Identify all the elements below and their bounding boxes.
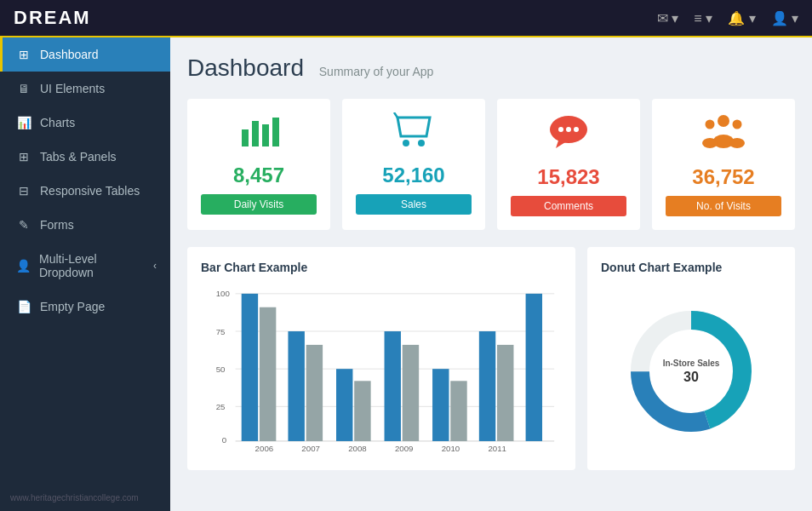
charts-icon: 📊 bbox=[16, 116, 31, 129]
list-icon[interactable]: ≡ ▾ bbox=[694, 10, 712, 26]
svg-rect-2 bbox=[262, 124, 269, 146]
sidebar-item-tabs-panels[interactable]: ⊞ Tabs & Panels bbox=[0, 140, 170, 174]
tabs-icon: ⊞ bbox=[16, 150, 31, 164]
top-navigation: DREAM ✉ ▾ ≡ ▾ 🔔 ▾ 👤 ▾ bbox=[0, 0, 812, 37]
svg-rect-45 bbox=[526, 294, 542, 441]
svg-rect-43 bbox=[497, 345, 513, 441]
dashboard-icon: ⊞ bbox=[16, 48, 31, 61]
user-icon[interactable]: 👤 ▾ bbox=[771, 10, 798, 26]
donut-chart-svg: In-Store Sales 30 bbox=[623, 303, 759, 439]
svg-rect-33 bbox=[336, 369, 352, 441]
sidebar-label-ui-elements: UI Elements bbox=[40, 82, 105, 95]
sidebar-item-empty-page[interactable]: 📄 Empty Page bbox=[0, 290, 170, 324]
svg-rect-34 bbox=[354, 381, 370, 441]
sidebar-label-dashboard: Dashboard bbox=[40, 48, 99, 61]
daily-visits-icon bbox=[238, 112, 279, 157]
sidebar-item-charts[interactable]: 📊 Charts bbox=[0, 106, 170, 140]
svg-rect-0 bbox=[242, 129, 249, 146]
stat-card-daily-visits: 8,457 Daily Visits bbox=[187, 99, 330, 230]
svg-point-16 bbox=[729, 138, 745, 148]
svg-point-15 bbox=[702, 138, 718, 148]
comments-icon bbox=[547, 112, 590, 158]
page-subtitle: Summary of your App bbox=[319, 65, 434, 78]
visits-icon bbox=[701, 112, 746, 158]
sidebar-label-empty-page: Empty Page bbox=[40, 300, 105, 313]
main-content: Dashboard Summary of your App 8,457 Dail… bbox=[170, 37, 812, 511]
svg-point-5 bbox=[418, 140, 425, 146]
forms-icon: ✎ bbox=[16, 218, 31, 232]
svg-rect-3 bbox=[272, 118, 279, 146]
page-header: Dashboard Summary of your App bbox=[187, 55, 795, 82]
sidebar-label-tables: Responsive Tables bbox=[40, 184, 140, 198]
svg-rect-36 bbox=[385, 331, 401, 441]
svg-text:2008: 2008 bbox=[348, 444, 367, 451]
multi-level-icon: 👤 bbox=[16, 259, 31, 273]
visits-label: No. of Visits bbox=[666, 196, 781, 216]
svg-text:2011: 2011 bbox=[488, 444, 506, 451]
svg-rect-27 bbox=[242, 294, 258, 441]
main-layout: ⊞ Dashboard 🖥 UI Elements 📊 Charts ⊞ Tab… bbox=[0, 37, 812, 511]
svg-text:75: 75 bbox=[216, 327, 226, 336]
sidebar-label-forms: Forms bbox=[40, 218, 74, 232]
svg-rect-42 bbox=[479, 331, 495, 441]
svg-rect-30 bbox=[288, 331, 304, 441]
bell-icon[interactable]: 🔔 ▾ bbox=[728, 10, 755, 26]
sidebar-item-responsive-tables[interactable]: ⊟ Responsive Tables bbox=[0, 174, 170, 208]
charts-row: Bar Chart Example 100 75 50 25 0 bbox=[187, 247, 795, 470]
bar-chart-card: Bar Chart Example 100 75 50 25 0 bbox=[187, 247, 575, 470]
svg-rect-28 bbox=[260, 307, 276, 441]
svg-text:25: 25 bbox=[216, 402, 226, 411]
nav-icons: ✉ ▾ ≡ ▾ 🔔 ▾ 👤 ▾ bbox=[657, 10, 798, 26]
sidebar-item-ui-elements[interactable]: 🖥 UI Elements bbox=[0, 72, 170, 106]
sidebar-label-multi-level: Multi-Level Dropdown bbox=[39, 252, 145, 279]
svg-text:30: 30 bbox=[683, 370, 699, 384]
sidebar-item-forms[interactable]: ✎ Forms bbox=[0, 208, 170, 242]
daily-visits-label: Daily Visits bbox=[201, 194, 317, 215]
svg-rect-39 bbox=[432, 369, 449, 441]
visits-value: 36,752 bbox=[692, 165, 754, 189]
svg-text:In-Store Sales: In-Store Sales bbox=[663, 359, 720, 368]
svg-text:2009: 2009 bbox=[395, 444, 414, 451]
sidebar-label-charts: Charts bbox=[40, 116, 75, 129]
sidebar: ⊞ Dashboard 🖥 UI Elements 📊 Charts ⊞ Tab… bbox=[0, 37, 170, 511]
sidebar-item-multi-level[interactable]: 👤 Multi-Level Dropdown ‹ bbox=[0, 242, 170, 290]
svg-rect-37 bbox=[403, 345, 419, 441]
mail-icon[interactable]: ✉ ▾ bbox=[657, 10, 678, 26]
svg-rect-31 bbox=[306, 345, 323, 441]
svg-point-10 bbox=[574, 127, 579, 132]
svg-text:100: 100 bbox=[216, 289, 231, 298]
sidebar-label-tabs: Tabs & Panels bbox=[40, 150, 117, 164]
brand-logo: DREAM bbox=[14, 7, 91, 29]
svg-point-11 bbox=[718, 115, 729, 127]
chevron-right-icon: ‹ bbox=[153, 260, 157, 272]
svg-text:2010: 2010 bbox=[442, 444, 460, 451]
ui-elements-icon: 🖥 bbox=[16, 82, 31, 95]
sales-value: 52,160 bbox=[382, 164, 444, 187]
svg-text:0: 0 bbox=[222, 435, 227, 445]
stat-card-sales: 52,160 Sales bbox=[342, 99, 485, 230]
svg-rect-40 bbox=[450, 381, 466, 441]
stat-card-comments: 15,823 Comments bbox=[497, 99, 640, 230]
stat-card-visits: 36,752 No. of Visits bbox=[652, 99, 795, 230]
sales-label: Sales bbox=[356, 194, 472, 215]
daily-visits-value: 8,457 bbox=[233, 164, 284, 187]
svg-point-13 bbox=[733, 120, 742, 129]
donut-chart-card: Donut Chart Example In-Store Sales 30 bbox=[587, 247, 795, 470]
svg-text:2006: 2006 bbox=[255, 444, 274, 451]
comments-value: 15,823 bbox=[537, 165, 599, 189]
empty-page-icon: 📄 bbox=[16, 300, 31, 313]
svg-point-8 bbox=[558, 127, 563, 132]
page-title: Dashboard Summary of your App bbox=[187, 55, 795, 82]
comments-label: Comments bbox=[511, 196, 626, 216]
svg-point-9 bbox=[566, 127, 571, 132]
svg-text:2007: 2007 bbox=[301, 444, 320, 451]
sidebar-item-dashboard[interactable]: ⊞ Dashboard bbox=[0, 37, 170, 72]
svg-text:50: 50 bbox=[216, 365, 226, 374]
sales-icon bbox=[392, 112, 435, 157]
stats-row: 8,457 Daily Visits 52,160 Sales bbox=[187, 99, 795, 230]
sidebar-footer: www.heritagechristiancollege.com bbox=[0, 485, 170, 511]
tables-icon: ⊟ bbox=[16, 184, 31, 198]
svg-point-12 bbox=[706, 120, 715, 129]
svg-point-4 bbox=[403, 140, 409, 146]
donut-container: In-Store Sales 30 bbox=[601, 286, 781, 456]
